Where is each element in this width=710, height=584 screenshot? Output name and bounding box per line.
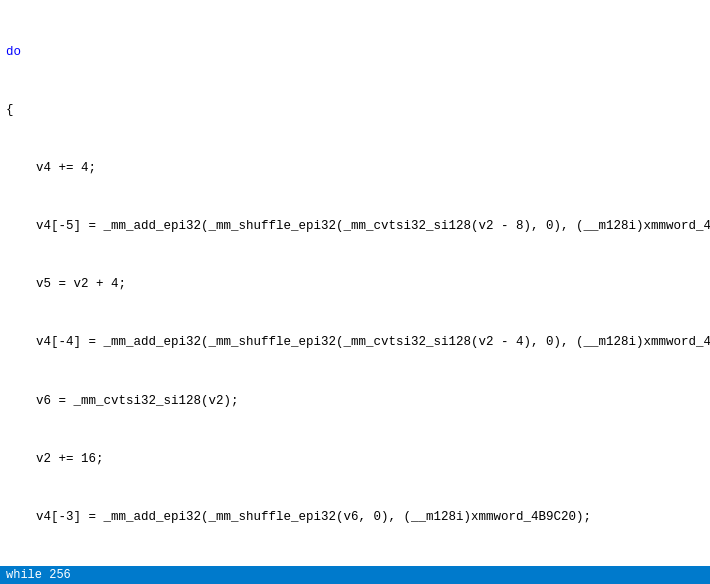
line-7: v6 = _mm_cvtsi32_si128(v2); [6, 392, 704, 411]
line-8: v2 += 16; [6, 450, 704, 469]
code-viewer: do { v4 += 4; v4[-5] = _mm_add_epi32(_mm… [0, 0, 710, 584]
line-5: v5 = v2 + 4; [6, 275, 704, 294]
status-bar-text: while 256 [6, 568, 71, 582]
line-9: v4[-3] = _mm_add_epi32(_mm_shuffle_epi32… [6, 508, 704, 527]
status-bar: while 256 [0, 566, 710, 584]
line-2: { [6, 101, 704, 120]
line-4: v4[-5] = _mm_add_epi32(_mm_shuffle_epi32… [6, 217, 704, 236]
line-6: v4[-4] = _mm_add_epi32(_mm_shuffle_epi32… [6, 333, 704, 352]
line-3: v4 += 4; [6, 159, 704, 178]
line-1: do [6, 43, 704, 62]
